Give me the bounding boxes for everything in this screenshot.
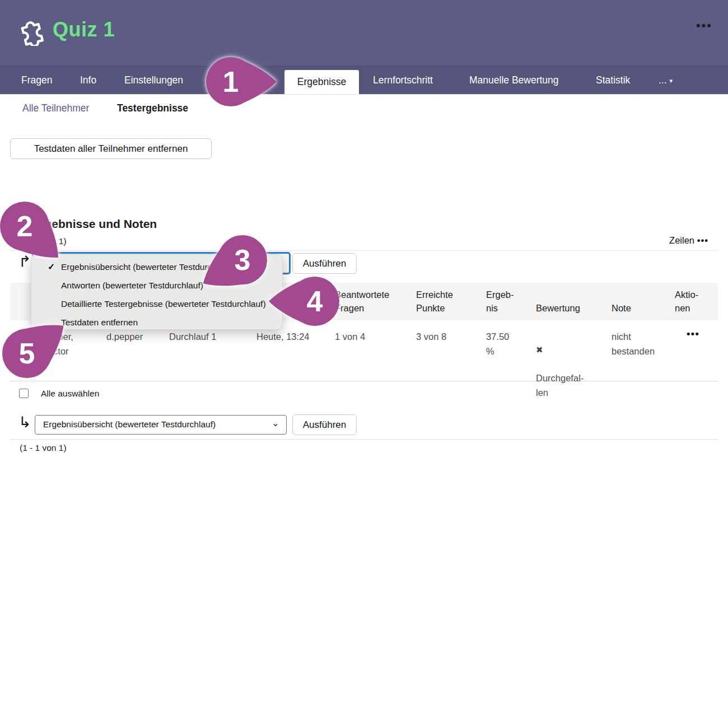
bulk-action-select-bottom[interactable]: Ergebnisübersicht (bewerteter Testdurchl… xyxy=(35,415,287,435)
tab-statistik[interactable]: Statistik xyxy=(596,66,630,94)
rows-label: Zeilen xyxy=(669,235,694,245)
section-heading: Testergebnisse und Noten xyxy=(10,217,157,231)
page-title: Quiz 1 xyxy=(53,18,115,41)
app-header: Quiz 1 ••• xyxy=(0,0,728,66)
col-note: Note xyxy=(612,301,631,315)
cell-note: nicht bestanden xyxy=(612,329,655,359)
check-icon: ✓ xyxy=(48,258,55,276)
header-actions-dots-icon[interactable]: ••• xyxy=(696,18,712,33)
execute-button-bottom[interactable]: Ausführen xyxy=(292,414,357,435)
quiz-results-page: Quiz 1 ••• Fragen Info Einstellungen Erg… xyxy=(0,0,728,728)
subtab-testergebnisse[interactable]: Testergebnisse xyxy=(117,102,188,114)
subtab-alle-teilnehmer[interactable]: Alle Teilnehmer xyxy=(22,102,89,114)
chevron-down-icon: ⌄ xyxy=(272,414,279,432)
col-erreichte-punkte: Erreichte Punkte xyxy=(416,288,453,316)
cell-bewertung: ✖ Durchgefal- len xyxy=(536,329,584,400)
rows-dots-icon: ••• xyxy=(697,235,708,245)
main-nav: Fragen Info Einstellungen Ergebnisse Ler… xyxy=(0,66,728,94)
menu-option-antworten[interactable]: Antworten (bewerteter Testdurchlauf) xyxy=(31,276,282,295)
col-aktionen: Aktio- nen xyxy=(675,288,698,316)
result-count-top: (1 - 1 von 1) xyxy=(20,236,67,246)
tab-lernfortschritt[interactable]: Lernfortschritt xyxy=(373,66,433,94)
tab-manuelle-bewertung[interactable]: Manuelle Bewertung xyxy=(469,66,559,94)
select-all-label: Alle auswählen xyxy=(41,389,99,399)
col-bewertung: Bewertung xyxy=(536,301,580,315)
apply-selection-down-icon: ↳ xyxy=(18,413,31,431)
rows-menu[interactable]: Zeilen ••• xyxy=(669,235,708,246)
select-all-checkbox[interactable] xyxy=(19,389,29,398)
col-beantwortete-fragen: Beantwortete Fragen xyxy=(335,288,389,316)
cell-result: 37.50 % xyxy=(486,329,509,359)
tab-ergebnisse[interactable]: Ergebnisse xyxy=(284,70,359,94)
menu-option-ergebnisuebersicht[interactable]: ✓ Ergebnisübersicht (bewerteter Testdurc… xyxy=(31,258,282,276)
tab-more[interactable]: ... ▾ xyxy=(659,66,673,94)
tab-info[interactable]: Info xyxy=(80,66,96,94)
menu-option-testdaten-entfernen[interactable]: Testdaten entfernen xyxy=(31,313,282,332)
remove-all-testdata-button[interactable]: Testdaten aller Teilnehmer entfernen xyxy=(10,138,212,159)
execute-button-top[interactable]: Ausführen xyxy=(292,253,357,274)
apply-selection-up-icon: ↱ xyxy=(18,253,31,270)
cell-points: 3 von 8 xyxy=(416,329,446,344)
row-checkbox[interactable] xyxy=(19,330,29,340)
menu-option-detaillierte-testergebnisse[interactable]: Detaillierte Testergebnisse (bewerteter … xyxy=(31,295,282,313)
failed-cross-icon: ✖ xyxy=(536,344,584,356)
result-count-bottom: (1 - 1 von 1) xyxy=(20,443,67,453)
tab-fragen[interactable]: Fragen xyxy=(21,66,52,94)
cell-name: Pepper, Hector xyxy=(41,329,73,359)
row-actions-dots-icon[interactable]: ••• xyxy=(687,328,699,340)
col-ergebnis: Ergeb- nis xyxy=(486,288,514,316)
bulk-action-dropdown-menu: ✓ Ergebnisübersicht (bewerteter Testdurc… xyxy=(31,254,283,330)
cell-answered: 1 von 4 xyxy=(335,329,365,344)
chevron-down-icon: ▾ xyxy=(669,77,673,84)
puzzle-icon xyxy=(16,15,47,46)
tab-einstellungen[interactable]: Einstellungen xyxy=(124,66,183,94)
